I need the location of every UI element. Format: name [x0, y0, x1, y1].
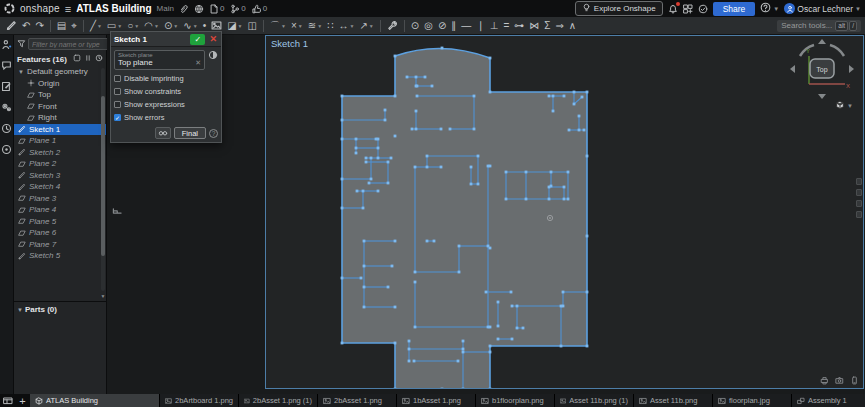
- tree-item-plane-4[interactable]: Plane 4: [14, 204, 106, 216]
- sketch-plane-handle-icon[interactable]: [111, 203, 123, 217]
- view-mode-menu[interactable]: ▼: [835, 100, 853, 112]
- panel-handle[interactable]: [856, 200, 862, 207]
- equal-tool[interactable]: =: [501, 19, 511, 33]
- checkbox-box[interactable]: [114, 75, 121, 82]
- sync-check-icon[interactable]: [698, 4, 708, 14]
- follow-user-icon[interactable]: [1, 39, 12, 52]
- tab-asset-11b-png-1-[interactable]: Asset 11b.png (1): [555, 394, 634, 407]
- panel-handle[interactable]: [856, 211, 862, 218]
- tree-item-plane-6[interactable]: Plane 6: [14, 227, 106, 239]
- rollback-bar-icon[interactable]: [84, 54, 92, 64]
- view-cube[interactable]: Y X Top: [787, 38, 857, 100]
- filter-funnel-icon[interactable]: [17, 39, 26, 50]
- apps-grid-icon[interactable]: [683, 4, 693, 14]
- public-globe-icon[interactable]: [194, 4, 204, 14]
- chevron-down-icon[interactable]: ▼: [17, 307, 23, 313]
- tab-manager-icon[interactable]: [0, 394, 15, 407]
- tree-item-plane-3[interactable]: Plane 3: [14, 193, 106, 205]
- fix-tool[interactable]: Σ: [542, 19, 552, 33]
- offset-tool[interactable]: ≋▼: [306, 19, 324, 33]
- tree-item-plane-1[interactable]: Plane 1: [14, 135, 106, 147]
- parallel-tool[interactable]: ∥: [449, 19, 458, 33]
- line-tool[interactable]: ╱▼: [88, 19, 104, 33]
- sketch-viewport[interactable]: Sketch 1 Y X Top ▼: [265, 35, 864, 389]
- right-edge-handles[interactable]: [856, 178, 862, 218]
- menu-hamburger-icon[interactable]: ≡: [65, 3, 71, 15]
- tangent-tool[interactable]: ⊘: [436, 19, 448, 33]
- workspace-name[interactable]: Main: [157, 4, 174, 13]
- final-button[interactable]: Final: [174, 127, 206, 139]
- history-icon[interactable]: [95, 54, 103, 64]
- tree-scrollbar-thumb[interactable]: [101, 96, 105, 256]
- tab-floorplan-jpg[interactable]: floorplan.jpg: [713, 394, 792, 407]
- camera-icon[interactable]: [835, 376, 844, 387]
- tab-2basset-1-png[interactable]: 2bAsset 1.png: [318, 394, 397, 407]
- notes-icon[interactable]: [1, 81, 12, 94]
- mirror-tool[interactable]: ◫: [246, 19, 259, 33]
- normal-tool[interactable]: ∧: [567, 19, 578, 33]
- undo-tool[interactable]: ↶: [20, 19, 32, 33]
- clear-selection-icon[interactable]: ✕: [195, 59, 201, 67]
- history-clock-icon[interactable]: [1, 123, 12, 136]
- tab-1basset-1-png[interactable]: 1bAsset 1.png: [397, 394, 476, 407]
- fillet-tool[interactable]: ⌒▼: [268, 19, 288, 33]
- comments-icon[interactable]: [1, 60, 12, 73]
- explore-onshape-button[interactable]: Explore Onshape: [575, 1, 663, 16]
- tab-2bartboard-1-png[interactable]: 2bArtboard 1.png: [160, 394, 239, 407]
- notifications-bell-icon[interactable]: [668, 4, 678, 14]
- tree-item-plane-2[interactable]: Plane 2: [14, 158, 106, 170]
- share-button[interactable]: Share: [713, 2, 756, 16]
- tree-item-right[interactable]: Right: [14, 112, 106, 124]
- tree-item-plane-5[interactable]: Plane 5: [14, 216, 106, 228]
- redo-tool[interactable]: ↷: [33, 19, 45, 33]
- checkbox-box[interactable]: ✓: [114, 114, 121, 121]
- tree-item-front[interactable]: Front: [14, 101, 106, 113]
- versions-page-counter[interactable]: 0: [209, 4, 224, 14]
- horizontal-tool[interactable]: —: [459, 19, 473, 33]
- panel-handle[interactable]: [856, 178, 862, 185]
- perpendicular-tool[interactable]: ⊥: [488, 19, 501, 33]
- pattern-tool[interactable]: ∷: [325, 19, 335, 33]
- release-gears-icon[interactable]: [1, 102, 12, 115]
- branch-counter[interactable]: 0: [230, 4, 245, 14]
- copy-tool[interactable]: ▤: [55, 19, 68, 33]
- midpoint-tool[interactable]: ⊶: [512, 19, 526, 33]
- dimension-tool[interactable]: ↔▼: [336, 19, 356, 33]
- tab-2basset-1-png-1-[interactable]: 2bAsset 1.png (1): [239, 394, 318, 407]
- record-icon[interactable]: [1, 144, 12, 157]
- scroll-down-arrow-icon[interactable]: ▼: [100, 293, 106, 299]
- checkbox-box[interactable]: [114, 101, 121, 108]
- tree-item-sketch-2[interactable]: Sketch 2: [14, 147, 106, 159]
- help-menu[interactable]: ▼: [760, 2, 779, 15]
- tab-b1floorplan-png[interactable]: b1floorplan.png: [476, 394, 555, 407]
- pierce-tool[interactable]: ⇒: [553, 19, 565, 33]
- checkbox-box[interactable]: [114, 88, 121, 95]
- sketch-tool[interactable]: [4, 19, 19, 32]
- tree-item-top[interactable]: Top: [14, 89, 106, 101]
- checkbox-show-constraints[interactable]: Show constraints: [114, 87, 218, 96]
- tab-asset-11b-png[interactable]: Asset 11b.png: [634, 394, 713, 407]
- link-paperclip-icon[interactable]: [179, 4, 189, 14]
- trim-tool[interactable]: ×▼: [289, 19, 305, 33]
- cancel-x-button[interactable]: ✕: [208, 34, 218, 44]
- transform-tool[interactable]: ↗▼: [357, 19, 375, 33]
- mobile-icon[interactable]: [850, 376, 859, 387]
- tree-item-sketch-4[interactable]: Sketch 4: [14, 181, 106, 193]
- region-fill-tool[interactable]: ◪▼: [225, 19, 244, 33]
- tab-assembly-1[interactable]: Assembly 1: [792, 394, 865, 407]
- tree-item-default-geometry[interactable]: ▼Default geometry: [14, 66, 106, 78]
- document-title[interactable]: ATLAS Building: [76, 3, 151, 14]
- concentric-tool[interactable]: ◎: [422, 19, 435, 33]
- filter-state-icon[interactable]: [73, 54, 81, 64]
- tree-item-sketch-5[interactable]: Sketch 5: [14, 250, 106, 262]
- tree-item-sketch-1[interactable]: Sketch 1: [14, 124, 106, 136]
- coincident-tool[interactable]: ⊙: [409, 19, 421, 33]
- thumbs-up-counter[interactable]: 0: [252, 4, 267, 14]
- tree-scrollbar[interactable]: [101, 68, 105, 291]
- vertical-tool[interactable]: ❘: [474, 19, 486, 33]
- graphics-area[interactable]: Sketch 1 Y X Top ▼: [107, 35, 865, 394]
- checkbox-disable-imprinting[interactable]: Disable imprinting: [114, 74, 218, 83]
- preview-button[interactable]: [155, 127, 171, 139]
- checkbox-show-errors[interactable]: ✓Show errors: [114, 113, 218, 122]
- measure-tool[interactable]: [385, 19, 400, 32]
